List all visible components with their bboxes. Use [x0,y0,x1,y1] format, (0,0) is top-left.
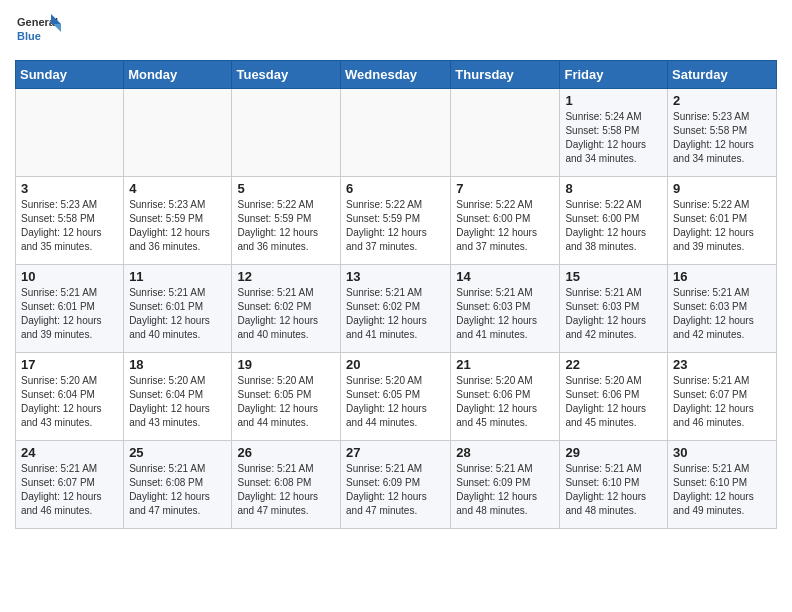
day-cell: 12Sunrise: 5:21 AM Sunset: 6:02 PM Dayli… [232,265,341,353]
day-cell: 30Sunrise: 5:21 AM Sunset: 6:10 PM Dayli… [668,441,777,529]
day-detail: Sunrise: 5:20 AM Sunset: 6:05 PM Dayligh… [237,374,335,430]
day-cell: 16Sunrise: 5:21 AM Sunset: 6:03 PM Dayli… [668,265,777,353]
day-cell: 8Sunrise: 5:22 AM Sunset: 6:00 PM Daylig… [560,177,668,265]
calendar-header: SundayMondayTuesdayWednesdayThursdayFrid… [16,61,777,89]
day-cell: 17Sunrise: 5:20 AM Sunset: 6:04 PM Dayli… [16,353,124,441]
day-detail: Sunrise: 5:21 AM Sunset: 6:08 PM Dayligh… [237,462,335,518]
day-detail: Sunrise: 5:21 AM Sunset: 6:03 PM Dayligh… [565,286,662,342]
day-cell: 25Sunrise: 5:21 AM Sunset: 6:08 PM Dayli… [124,441,232,529]
week-row-2: 3Sunrise: 5:23 AM Sunset: 5:58 PM Daylig… [16,177,777,265]
day-detail: Sunrise: 5:21 AM Sunset: 6:09 PM Dayligh… [456,462,554,518]
day-cell: 21Sunrise: 5:20 AM Sunset: 6:06 PM Dayli… [451,353,560,441]
day-number: 29 [565,445,662,460]
day-number: 9 [673,181,771,196]
day-cell: 2Sunrise: 5:23 AM Sunset: 5:58 PM Daylig… [668,89,777,177]
day-number: 23 [673,357,771,372]
day-cell: 9Sunrise: 5:22 AM Sunset: 6:01 PM Daylig… [668,177,777,265]
day-cell: 29Sunrise: 5:21 AM Sunset: 6:10 PM Dayli… [560,441,668,529]
day-number: 27 [346,445,445,460]
day-detail: Sunrise: 5:21 AM Sunset: 6:10 PM Dayligh… [673,462,771,518]
week-row-3: 10Sunrise: 5:21 AM Sunset: 6:01 PM Dayli… [16,265,777,353]
day-number: 7 [456,181,554,196]
day-detail: Sunrise: 5:20 AM Sunset: 6:05 PM Dayligh… [346,374,445,430]
day-number: 13 [346,269,445,284]
day-number: 12 [237,269,335,284]
weekday-header-thursday: Thursday [451,61,560,89]
day-cell: 7Sunrise: 5:22 AM Sunset: 6:00 PM Daylig… [451,177,560,265]
day-cell: 23Sunrise: 5:21 AM Sunset: 6:07 PM Dayli… [668,353,777,441]
day-detail: Sunrise: 5:22 AM Sunset: 6:01 PM Dayligh… [673,198,771,254]
weekday-row: SundayMondayTuesdayWednesdayThursdayFrid… [16,61,777,89]
day-cell: 24Sunrise: 5:21 AM Sunset: 6:07 PM Dayli… [16,441,124,529]
day-detail: Sunrise: 5:23 AM Sunset: 5:58 PM Dayligh… [673,110,771,166]
day-cell: 26Sunrise: 5:21 AM Sunset: 6:08 PM Dayli… [232,441,341,529]
day-cell [124,89,232,177]
calendar-table: SundayMondayTuesdayWednesdayThursdayFrid… [15,60,777,529]
day-detail: Sunrise: 5:21 AM Sunset: 6:07 PM Dayligh… [21,462,118,518]
day-detail: Sunrise: 5:21 AM Sunset: 6:08 PM Dayligh… [129,462,226,518]
day-number: 17 [21,357,118,372]
day-cell: 1Sunrise: 5:24 AM Sunset: 5:58 PM Daylig… [560,89,668,177]
week-row-5: 24Sunrise: 5:21 AM Sunset: 6:07 PM Dayli… [16,441,777,529]
day-cell: 28Sunrise: 5:21 AM Sunset: 6:09 PM Dayli… [451,441,560,529]
day-detail: Sunrise: 5:21 AM Sunset: 6:03 PM Dayligh… [673,286,771,342]
day-cell: 14Sunrise: 5:21 AM Sunset: 6:03 PM Dayli… [451,265,560,353]
day-number: 10 [21,269,118,284]
day-number: 14 [456,269,554,284]
day-number: 11 [129,269,226,284]
day-detail: Sunrise: 5:21 AM Sunset: 6:01 PM Dayligh… [129,286,226,342]
day-detail: Sunrise: 5:21 AM Sunset: 6:03 PM Dayligh… [456,286,554,342]
weekday-header-saturday: Saturday [668,61,777,89]
weekday-header-friday: Friday [560,61,668,89]
day-detail: Sunrise: 5:22 AM Sunset: 6:00 PM Dayligh… [456,198,554,254]
day-detail: Sunrise: 5:21 AM Sunset: 6:10 PM Dayligh… [565,462,662,518]
day-number: 19 [237,357,335,372]
day-detail: Sunrise: 5:21 AM Sunset: 6:02 PM Dayligh… [346,286,445,342]
calendar-body: 1Sunrise: 5:24 AM Sunset: 5:58 PM Daylig… [16,89,777,529]
day-number: 16 [673,269,771,284]
day-cell: 11Sunrise: 5:21 AM Sunset: 6:01 PM Dayli… [124,265,232,353]
day-number: 5 [237,181,335,196]
day-number: 22 [565,357,662,372]
day-cell: 27Sunrise: 5:21 AM Sunset: 6:09 PM Dayli… [341,441,451,529]
day-detail: Sunrise: 5:20 AM Sunset: 6:04 PM Dayligh… [21,374,118,430]
day-detail: Sunrise: 5:22 AM Sunset: 5:59 PM Dayligh… [237,198,335,254]
day-number: 20 [346,357,445,372]
day-number: 6 [346,181,445,196]
day-detail: Sunrise: 5:21 AM Sunset: 6:01 PM Dayligh… [21,286,118,342]
day-detail: Sunrise: 5:20 AM Sunset: 6:06 PM Dayligh… [565,374,662,430]
week-row-4: 17Sunrise: 5:20 AM Sunset: 6:04 PM Dayli… [16,353,777,441]
day-detail: Sunrise: 5:23 AM Sunset: 5:58 PM Dayligh… [21,198,118,254]
day-number: 2 [673,93,771,108]
day-number: 4 [129,181,226,196]
logo-icon: General Blue [15,10,63,50]
day-cell: 6Sunrise: 5:22 AM Sunset: 5:59 PM Daylig… [341,177,451,265]
day-detail: Sunrise: 5:21 AM Sunset: 6:02 PM Dayligh… [237,286,335,342]
day-cell: 19Sunrise: 5:20 AM Sunset: 6:05 PM Dayli… [232,353,341,441]
week-row-1: 1Sunrise: 5:24 AM Sunset: 5:58 PM Daylig… [16,89,777,177]
header: General Blue [15,10,777,50]
day-number: 21 [456,357,554,372]
day-cell [16,89,124,177]
day-cell: 22Sunrise: 5:20 AM Sunset: 6:06 PM Dayli… [560,353,668,441]
day-number: 24 [21,445,118,460]
day-number: 25 [129,445,226,460]
day-cell [232,89,341,177]
day-cell: 13Sunrise: 5:21 AM Sunset: 6:02 PM Dayli… [341,265,451,353]
day-detail: Sunrise: 5:23 AM Sunset: 5:59 PM Dayligh… [129,198,226,254]
weekday-header-tuesday: Tuesday [232,61,341,89]
day-number: 18 [129,357,226,372]
day-number: 26 [237,445,335,460]
day-detail: Sunrise: 5:20 AM Sunset: 6:06 PM Dayligh… [456,374,554,430]
day-detail: Sunrise: 5:24 AM Sunset: 5:58 PM Dayligh… [565,110,662,166]
weekday-header-monday: Monday [124,61,232,89]
day-number: 3 [21,181,118,196]
day-cell: 4Sunrise: 5:23 AM Sunset: 5:59 PM Daylig… [124,177,232,265]
day-number: 30 [673,445,771,460]
day-cell: 15Sunrise: 5:21 AM Sunset: 6:03 PM Dayli… [560,265,668,353]
page: General Blue SundayMondayTuesdayWednesda… [0,0,792,539]
weekday-header-wednesday: Wednesday [341,61,451,89]
day-cell: 18Sunrise: 5:20 AM Sunset: 6:04 PM Dayli… [124,353,232,441]
day-number: 28 [456,445,554,460]
day-cell [451,89,560,177]
